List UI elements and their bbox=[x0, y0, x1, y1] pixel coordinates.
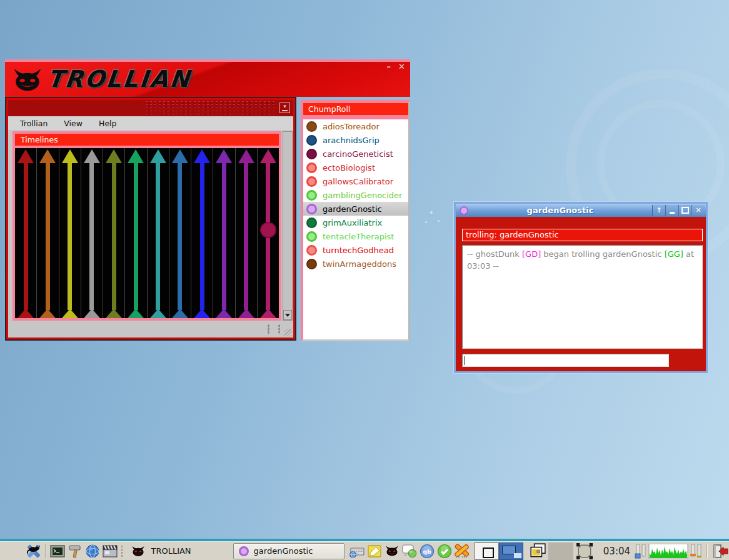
crossed-tools-icon[interactable] bbox=[454, 543, 470, 559]
chump-handle: gallowsCalibrator bbox=[323, 177, 393, 186]
message-part: began trolling gardenGnostic bbox=[541, 249, 664, 259]
maximize-button[interactable] bbox=[678, 205, 691, 216]
taskbar: TROLLIAN gardenGnostic qb 03:04 bbox=[0, 541, 729, 560]
cpu-graph-icon[interactable] bbox=[648, 543, 688, 559]
timeline-stem bbox=[134, 162, 138, 310]
status-dot-icon bbox=[306, 245, 317, 256]
chumproll-item-gallowscalibrator[interactable]: gallowsCalibrator bbox=[303, 174, 408, 188]
timelines-statusbar bbox=[8, 321, 293, 338]
taskbar-separator bbox=[45, 544, 46, 558]
taskbar-separator bbox=[596, 544, 597, 558]
chumproll-item-adiostoreador[interactable]: adiosToreador bbox=[303, 119, 408, 133]
chat-input[interactable] bbox=[462, 354, 669, 367]
web-browser-icon[interactable] bbox=[84, 543, 101, 559]
chump-handle: adiosToreador bbox=[323, 122, 380, 131]
timeline-arrowhead-icon bbox=[238, 149, 254, 163]
svg-text:qb: qb bbox=[423, 548, 431, 555]
wallpaper-spark bbox=[438, 220, 440, 222]
chump-handle: carcinoGeneticist bbox=[323, 149, 393, 159]
menu-item-help[interactable]: Help bbox=[91, 118, 125, 129]
chat-body: trolling: gardenGnostic -- ghostDunk [GD… bbox=[456, 217, 706, 371]
timelines-header: Timelines bbox=[15, 134, 279, 146]
timeline-stem bbox=[46, 162, 50, 310]
pager-desktop-1[interactable] bbox=[475, 542, 499, 560]
timeline-arrowhead-icon bbox=[150, 149, 166, 163]
notes-icon[interactable] bbox=[366, 543, 383, 559]
timeline-column bbox=[191, 148, 213, 318]
levels-icon[interactable] bbox=[690, 543, 703, 559]
chump-handle: turntechGodhead bbox=[323, 246, 394, 255]
chumproll-item-ectobiologist[interactable]: ectoBiologist bbox=[303, 161, 408, 174]
timeline-column bbox=[148, 148, 169, 318]
media-editor-icon[interactable] bbox=[102, 543, 118, 559]
desktop: TROLLIAN – ✕ ▾ TrollianViewHelp Timeline… bbox=[0, 0, 729, 560]
timeline-arrowhead-icon bbox=[194, 149, 210, 163]
chat-bubble-icon[interactable] bbox=[401, 543, 418, 559]
timeline-column bbox=[81, 148, 103, 318]
checkmark-icon[interactable] bbox=[436, 543, 453, 559]
chat-titlebar[interactable]: gardenGnostic ↑✕ bbox=[456, 204, 706, 217]
taskbar-task-trollian[interactable]: TROLLIAN bbox=[126, 543, 233, 559]
timelines-titlebar[interactable]: ▾ bbox=[8, 100, 293, 116]
chumproll-item-carcinogeneticist[interactable]: carcinoGeneticist bbox=[303, 147, 408, 161]
timeline-scrollbar[interactable] bbox=[283, 131, 293, 321]
banner-close-button[interactable]: ✕ bbox=[398, 63, 405, 71]
chumproll-item-gardengnostic[interactable]: gardenGnostic bbox=[303, 202, 408, 216]
chat-window: gardenGnostic ↑✕ trolling: gardenGnostic… bbox=[454, 202, 708, 373]
chumproll-divider bbox=[303, 115, 408, 119]
timeline-arrowhead-icon bbox=[128, 149, 144, 163]
message-part: -- ghostDunk bbox=[467, 249, 522, 259]
message-part: [GG] bbox=[665, 249, 683, 259]
taskbar-separator bbox=[706, 544, 708, 558]
minimize-button[interactable] bbox=[665, 205, 678, 216]
wallpaper-spark bbox=[425, 221, 427, 223]
menu-item-view[interactable]: View bbox=[56, 118, 91, 129]
chat-message-area: -- ghostDunk [GD] began trolling gardenG… bbox=[462, 245, 703, 349]
timeline-column bbox=[59, 148, 81, 318]
chumproll-item-tentacletherapist[interactable]: tentacleTherapist bbox=[303, 229, 408, 243]
chat-window-title: gardenGnostic bbox=[468, 206, 652, 215]
qbittorrent-icon[interactable]: qb bbox=[419, 543, 435, 559]
shade-button[interactable]: ▾ bbox=[279, 102, 290, 113]
window-stack-icon[interactable] bbox=[528, 543, 547, 559]
pager-desktop-2[interactable] bbox=[499, 542, 523, 560]
timeline-arrowhead-icon bbox=[216, 149, 232, 163]
wallpaper-spark bbox=[430, 211, 433, 214]
timelines-frame: Timelines bbox=[13, 131, 281, 321]
timeline-column bbox=[15, 148, 37, 318]
logout-door-icon[interactable] bbox=[711, 543, 728, 559]
chump-handle: twinArmageddons bbox=[323, 259, 396, 269]
timeline-stem bbox=[222, 162, 226, 310]
trollian-devil-icon[interactable] bbox=[384, 543, 400, 559]
raise-button[interactable]: ↑ bbox=[652, 205, 665, 216]
chumproll-item-arachnidsgrip[interactable]: arachnidsGrip bbox=[303, 133, 408, 147]
banner-minimize-button[interactable]: – bbox=[387, 63, 391, 71]
trollian-logo-text: TROLLIAN bbox=[46, 66, 193, 92]
selection-octagon-icon[interactable] bbox=[576, 543, 593, 559]
mixer-slider-icon[interactable] bbox=[635, 543, 647, 559]
chumproll-item-gamblinggenocider[interactable]: gamblingGenocider bbox=[303, 188, 408, 202]
timeline-column bbox=[125, 148, 147, 318]
timeline-bottom-arrowhead-icon bbox=[216, 309, 232, 318]
taskbar-clock[interactable]: 03:04 bbox=[600, 546, 634, 557]
wm-menu-icon[interactable] bbox=[26, 543, 42, 559]
timeline-arrowhead-icon bbox=[39, 149, 56, 163]
build-tool-icon[interactable] bbox=[67, 543, 83, 559]
taskbar-grab-handle[interactable] bbox=[121, 545, 124, 558]
resize-grip[interactable] bbox=[284, 329, 292, 336]
chumproll-item-grimauxiliatrix[interactable]: grimAuxiliatrix bbox=[303, 216, 408, 229]
status-dot-icon bbox=[306, 259, 317, 269]
close-button[interactable]: ✕ bbox=[691, 205, 705, 216]
chump-handle: gamblingGenocider bbox=[323, 191, 402, 200]
keyboard-layout-icon[interactable] bbox=[349, 543, 365, 559]
terminal-icon[interactable] bbox=[49, 543, 66, 559]
chumproll-item-turntechgodhead[interactable]: turntechGodhead bbox=[303, 243, 408, 257]
chumproll-header: ChumpRoll bbox=[303, 102, 408, 115]
chumproll-item-twinarmageddons[interactable]: twinArmageddons bbox=[303, 257, 408, 271]
timeline-stem bbox=[200, 162, 204, 310]
menu-item-trollian[interactable]: Trollian bbox=[12, 118, 56, 129]
scroll-down-button[interactable] bbox=[283, 310, 292, 320]
timeline-stem bbox=[112, 162, 116, 310]
taskbar-task-gardengnostic[interactable]: gardenGnostic bbox=[233, 543, 345, 559]
timeline-bottom-arrowhead-icon bbox=[238, 309, 254, 318]
